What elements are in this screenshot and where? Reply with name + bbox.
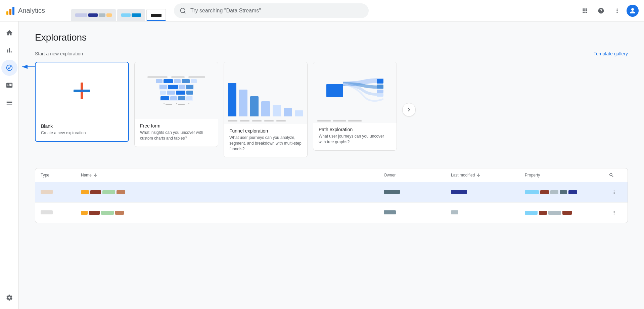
nav-tab-2[interactable] [117,9,145,21]
more-vert-icon [614,7,620,14]
sidebar-item-settings[interactable] [1,290,17,306]
th-search[interactable] [609,172,622,178]
analytics-logo-icon [5,6,15,16]
th-last-modified[interactable]: Last modified [451,173,525,177]
row1-owner [384,190,451,195]
row1-more-icon [611,190,617,195]
home-icon [6,29,13,37]
path-card-desc: What user journeys can you uncover with … [319,134,391,145]
row1-actions[interactable] [609,187,622,198]
sidebar-item-reports[interactable] [1,42,17,58]
svg-rect-13 [377,94,383,97]
advertising-icon [6,82,13,89]
search-placeholder-text: Try searching "Data Streams" [190,8,261,14]
apps-button[interactable] [578,4,592,17]
path-card-preview [313,62,397,119]
plus-icon [72,81,92,101]
user-avatar-button[interactable] [627,5,639,17]
svg-rect-9 [74,90,90,92]
row2-property [525,211,609,215]
table-row[interactable] [35,203,628,223]
help-button[interactable] [594,4,608,17]
blank-card-preview [36,62,128,119]
th-name[interactable]: Name [81,173,384,177]
row1-type [41,190,81,195]
funnel-card-title: Funnel exploration [229,128,302,134]
table-header: Type Name Owner Last modified [35,168,628,182]
freeform-card-title: Free form [140,123,213,128]
bar-chart-icon [6,47,13,54]
row2-more-icon [611,210,617,215]
app-layout: Explorations Start a new exploration Tem… [0,21,644,309]
sidebar-item-advertising[interactable] [1,77,17,93]
explorations-table: Type Name Owner Last modified [35,168,628,223]
sidebar [0,21,19,309]
sidebar-bottom [1,289,17,306]
apps-icon [582,7,588,14]
row1-property [525,190,609,194]
row2-modified [451,210,525,215]
cards-row: Blank Create a new exploration [35,62,628,157]
row2-more-button[interactable] [609,207,619,218]
th-type: Type [41,173,81,177]
blank-card-desc: Create a new exploration [41,130,123,136]
blank-exploration-card[interactable]: Blank Create a new exploration [35,62,129,142]
path-exploration-card[interactable]: Path exploration What user journeys can … [313,62,397,151]
section-header: Start a new exploration Template gallery [35,51,628,56]
svg-rect-11 [377,85,383,89]
help-icon [598,7,604,14]
search-icon [180,7,186,14]
row1-more-button[interactable] [609,187,619,198]
svg-rect-1 [9,9,11,15]
freeform-card-desc: What insights can you uncover with custo… [140,130,213,141]
row1-name [81,190,384,194]
blank-card-info: Blank Create a new exploration [36,119,128,141]
template-gallery-link[interactable]: Template gallery [594,51,628,56]
modified-sort-icon [476,173,481,177]
table-row[interactable] [35,182,628,203]
funnel-card-desc: What user journeys can you analyze, segm… [229,135,302,152]
funnel-card-preview [224,62,307,119]
sidebar-item-configure[interactable] [1,95,17,111]
row2-type [41,210,81,215]
row2-actions[interactable] [609,207,622,218]
freeform-card-info: Free form What insights can you uncover … [135,119,218,147]
freeform-card-preview [135,62,218,119]
svg-rect-12 [377,90,383,93]
funnel-exploration-card[interactable]: Funnel exploration What user journeys ca… [224,62,308,157]
th-owner: Owner [384,173,451,177]
blank-card-title: Blank [41,123,123,129]
nav-tab-3[interactable] [146,9,166,21]
search-bar[interactable]: Try searching "Data Streams" [174,3,369,18]
settings-icon [6,294,13,301]
main-content: Explorations Start a new exploration Tem… [19,21,644,309]
funnel-card-info: Funnel exploration What user journeys ca… [224,124,307,157]
chevron-right-icon [406,106,412,113]
nav-tab-1[interactable] [71,9,116,21]
nav-right-actions [578,4,639,17]
next-templates-button[interactable] [402,103,416,116]
sidebar-item-explore[interactable] [1,60,17,76]
name-sort-icon [93,173,98,177]
path-card-info: Path exploration What user journeys can … [313,123,397,150]
more-options-button[interactable] [610,4,624,17]
avatar-icon [629,7,636,14]
row2-owner [384,210,451,215]
app-logo[interactable]: Analytics [5,6,66,16]
sidebar-item-home[interactable] [1,25,17,41]
svg-rect-0 [6,11,8,15]
svg-point-3 [181,8,185,12]
section-label: Start a new exploration [35,51,83,56]
app-title: Analytics [18,7,45,14]
configure-icon [6,99,13,106]
path-card-title: Path exploration [319,127,391,132]
th-property: Property [525,173,609,177]
nav-tabs [71,0,166,21]
svg-rect-10 [377,79,383,84]
explore-icon [6,64,13,71]
table-search-icon[interactable] [609,172,614,178]
svg-rect-2 [12,7,14,15]
top-navigation: Analytics [0,0,644,21]
row2-name [81,211,384,215]
freeform-exploration-card[interactable]: Free form What insights can you uncover … [134,62,218,147]
